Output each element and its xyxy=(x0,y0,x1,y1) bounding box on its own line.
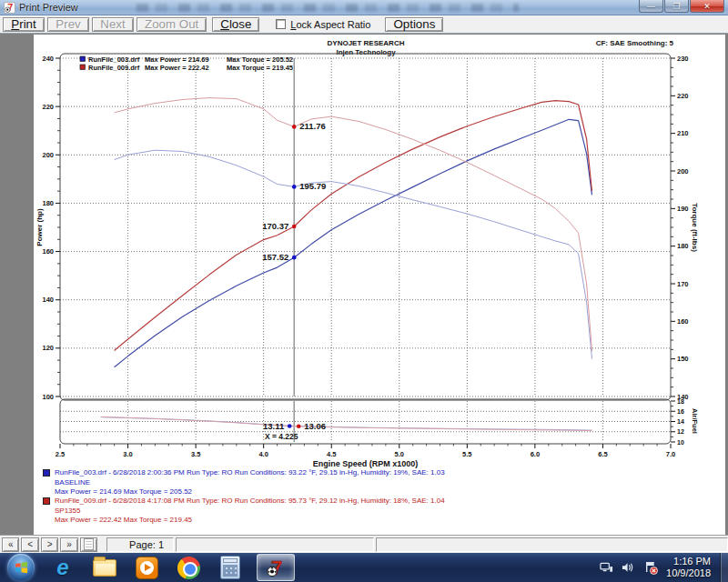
start-button[interactable] xyxy=(7,554,35,581)
run-info-line2: BASELINE xyxy=(55,478,445,488)
close-window-button[interactable]: ✕ xyxy=(690,0,724,13)
taskbar: e 7 xyxy=(0,553,728,582)
folder-icon xyxy=(93,559,116,577)
close-preview-button[interactable]: Close xyxy=(212,17,259,32)
svg-text:150: 150 xyxy=(677,355,689,363)
status-panel xyxy=(376,537,728,552)
svg-text:Power (hp): Power (hp) xyxy=(35,208,44,246)
svg-text:6.5: 6.5 xyxy=(598,450,607,458)
svg-text:13.06: 13.06 xyxy=(304,421,326,431)
svg-text:12: 12 xyxy=(677,428,684,435)
svg-text:200: 200 xyxy=(42,151,54,159)
svg-text:157.52: 157.52 xyxy=(262,252,288,262)
svg-text:16: 16 xyxy=(677,408,684,415)
svg-text:220: 220 xyxy=(42,103,54,111)
curve-af-003 xyxy=(101,417,592,430)
svg-text:6.0: 6.0 xyxy=(531,450,540,458)
svg-text:240: 240 xyxy=(42,55,54,63)
window-title: Print Preview xyxy=(19,2,78,13)
run-color-swatch xyxy=(43,497,50,505)
media-player-icon[interactable] xyxy=(133,554,160,581)
dyno-chart-svg: 2402202001801601401201002302202102001901… xyxy=(34,35,725,536)
curve-af-009 xyxy=(101,416,592,430)
cursor-marker xyxy=(288,424,292,428)
svg-text:100: 100 xyxy=(42,393,54,401)
volume-icon[interactable] xyxy=(622,561,635,574)
svg-text:160: 160 xyxy=(677,317,689,326)
options-button[interactable]: Options xyxy=(385,17,443,32)
cursor-marker xyxy=(292,185,297,189)
svg-text:190: 190 xyxy=(677,205,689,213)
lock-aspect-ratio-label: Lock Aspect Ratio xyxy=(290,19,370,30)
winpep7-icon: 7 xyxy=(265,557,287,578)
cursor-marker xyxy=(297,424,301,428)
next-page-button: Next xyxy=(92,17,134,32)
run-info-line2: SP1355 xyxy=(55,507,445,517)
page-number-panel: Page: 1 xyxy=(106,537,174,552)
show-desktop-button[interactable] xyxy=(720,553,728,582)
calculator-icon[interactable] xyxy=(217,554,244,581)
winpep-app-icon: 7 xyxy=(4,2,15,14)
svg-text:Max Torque = 205.52: Max Torque = 205.52 xyxy=(227,55,293,64)
minimize-button[interactable]: — xyxy=(639,0,663,13)
svg-text:4.5: 4.5 xyxy=(327,450,336,458)
curve-torque-003 xyxy=(115,150,592,359)
svg-text:13.11: 13.11 xyxy=(263,421,285,431)
clock-date: 10/9/2018 xyxy=(666,567,711,579)
print-preview-window: 7 Print Preview — ❐ ✕ Print Prev Next Zo… xyxy=(0,0,728,582)
titlebar-ghost-text xyxy=(136,4,519,12)
svg-text:Max Power = 222.42: Max Power = 222.42 xyxy=(145,64,209,72)
taskbar-winpep7-active-app[interactable]: 7 xyxy=(257,554,295,581)
svg-text:170: 170 xyxy=(677,280,689,288)
svg-text:18: 18 xyxy=(677,398,684,405)
status-panel xyxy=(176,537,374,552)
run-info-line1: RunFile_009.drf - 6/28/2018 4:17:08 PM R… xyxy=(55,497,445,507)
svg-text:X = 4.225: X = 4.225 xyxy=(265,432,298,441)
internet-explorer-icon[interactable]: e xyxy=(49,554,76,581)
maximize-button[interactable]: ❐ xyxy=(664,0,689,13)
lock-aspect-ratio-checkbox[interactable] xyxy=(276,19,286,29)
svg-text:160: 160 xyxy=(42,247,54,256)
run-color-swatch xyxy=(43,469,50,477)
svg-text:120: 120 xyxy=(42,344,54,352)
window-titlebar: 7 Print Preview — ❐ ✕ xyxy=(0,0,728,15)
last-page-button[interactable]: » xyxy=(60,537,77,552)
next-page-nav-button[interactable]: > xyxy=(41,537,58,552)
action-center-flag-icon[interactable] xyxy=(643,561,658,575)
page-setup-button[interactable] xyxy=(80,537,97,552)
svg-text:5.0: 5.0 xyxy=(395,450,404,458)
taskbar-clock[interactable]: 1:16 PM 10/9/2018 xyxy=(666,556,711,579)
windows-explorer-icon[interactable] xyxy=(91,554,118,581)
zoom-out-button: Zoom Out xyxy=(136,17,207,32)
print-button[interactable]: Print xyxy=(3,17,45,32)
curve-torque-009 xyxy=(115,98,592,352)
svg-text:200: 200 xyxy=(677,167,689,176)
svg-text:220: 220 xyxy=(677,92,689,100)
report-page: DYNOJET RESEARCH Injen Technology CF: SA… xyxy=(34,35,725,535)
svg-text:140: 140 xyxy=(42,296,54,304)
curve-power-003 xyxy=(115,119,592,367)
svg-text:10: 10 xyxy=(677,439,684,446)
chrome-icon[interactable] xyxy=(175,554,202,581)
prev-page-button: Prev xyxy=(47,17,89,32)
run-info-baseline: RunFile_003.drf - 6/28/2018 2:00:36 PM R… xyxy=(43,468,445,497)
svg-text:3.0: 3.0 xyxy=(123,450,132,458)
cursor-marker xyxy=(292,225,297,229)
run-info-sp1355: RunFile_009.drf - 6/28/2018 4:17:08 PM R… xyxy=(43,497,445,526)
svg-text:Engine Speed (RPM x1000): Engine Speed (RPM x1000) xyxy=(313,459,419,468)
preview-area: DYNOJET RESEARCH Injen Technology CF: SA… xyxy=(0,35,728,535)
svg-text:Max Power = 214.69: Max Power = 214.69 xyxy=(145,55,209,64)
svg-text:RunFile_009.drf: RunFile_009.drf xyxy=(88,64,140,72)
document-icon xyxy=(84,538,94,550)
svg-text:170.37: 170.37 xyxy=(262,221,288,231)
network-icon[interactable] xyxy=(600,561,613,574)
svg-text:14: 14 xyxy=(677,418,684,425)
svg-text:RunFile_003.drf: RunFile_003.drf xyxy=(88,55,140,64)
svg-text:195.79: 195.79 xyxy=(299,181,326,191)
previous-page-button[interactable]: < xyxy=(21,537,38,552)
print-preview-toolbar: Print Prev Next Zoom Out Close Lock Aspe… xyxy=(0,15,728,34)
svg-text:7.0: 7.0 xyxy=(666,450,675,458)
svg-text:4.0: 4.0 xyxy=(258,450,268,458)
first-page-button[interactable]: « xyxy=(2,537,19,552)
cursor-marker xyxy=(292,125,297,129)
